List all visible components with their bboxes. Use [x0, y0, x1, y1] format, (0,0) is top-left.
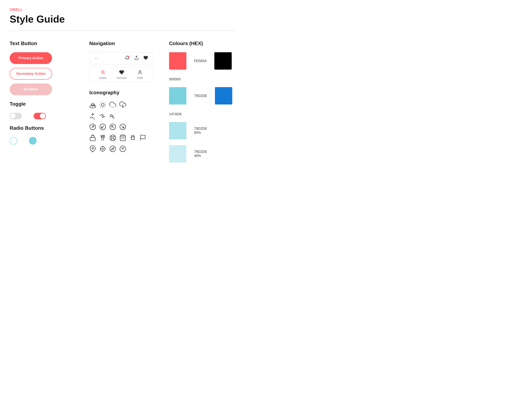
navigation-section: Navigation ←	[89, 40, 157, 82]
colour-row-1: FE565A 000000	[169, 52, 237, 81]
explore-label: Explore	[99, 77, 106, 79]
toilets-icon	[129, 134, 136, 143]
svg-line-14	[101, 107, 101, 107]
colour-code-fe565a: FE565A	[194, 59, 207, 63]
colour-code-79d2de: 79D2DE	[194, 94, 207, 98]
favourites-icon	[119, 70, 124, 76]
toggle-off[interactable]	[10, 113, 22, 119]
icon-row-direction	[89, 123, 157, 132]
nav-bar-bottom: Explore Favourites	[89, 67, 153, 82]
svg-point-39	[133, 135, 134, 136]
radio-row	[10, 137, 78, 144]
svg-marker-49	[112, 148, 114, 150]
arrow-sw-icon	[99, 123, 106, 132]
partly-cloudy-icon	[89, 101, 96, 110]
heart-icon[interactable]	[143, 56, 148, 61]
svg-point-7	[101, 104, 104, 106]
svg-point-42	[100, 146, 105, 151]
svg-point-43	[102, 148, 104, 150]
column-middle: Navigation ←	[89, 40, 157, 168]
explore-icon	[100, 70, 105, 76]
notification-icon[interactable]	[125, 56, 130, 61]
profile-icon	[137, 70, 142, 76]
svg-rect-27	[90, 138, 95, 141]
arrow-nw-icon	[109, 123, 116, 132]
svg-line-22	[102, 126, 104, 128]
icon-row-surf	[89, 112, 157, 121]
primary-action-button[interactable]: Primary Action	[10, 52, 52, 64]
swatch-79d2de-40	[169, 145, 186, 162]
toggle-row	[10, 113, 78, 119]
iconography-section: Iconography	[89, 90, 157, 154]
svg-line-35	[114, 136, 115, 137]
page-title: Style Guide	[10, 13, 237, 25]
icon-row-poi: P	[89, 134, 157, 143]
shop-icon	[119, 134, 126, 143]
colour-code-000000: 000000	[169, 77, 180, 81]
iconography-title: Iconography	[89, 90, 157, 96]
svg-line-33	[111, 136, 112, 137]
lifesaver-icon	[109, 134, 116, 143]
back-icon[interactable]: ←	[94, 56, 98, 61]
swatch-79d2de	[169, 87, 186, 105]
arrow-se-icon	[119, 123, 126, 132]
svg-line-10	[101, 103, 101, 103]
svg-line-20	[92, 126, 94, 128]
disabled-button: Disabled	[10, 84, 52, 95]
colour-code-79d2de-40: 79D2DE40%	[194, 150, 207, 158]
brand-label: SWELL	[10, 8, 237, 12]
radio-buttons-title: Radio Buttons	[10, 125, 78, 131]
text-button-title: Text Button	[10, 40, 78, 47]
parking-icon: P	[89, 134, 96, 143]
arrow-ne-icon	[89, 123, 96, 132]
svg-point-48	[110, 146, 116, 152]
toggle-section: Toggle	[10, 101, 78, 119]
radio-off[interactable]	[10, 137, 17, 144]
swatch-fe565a	[169, 52, 186, 70]
profile-label: Profile	[137, 77, 143, 79]
storm-icon	[119, 101, 126, 110]
icon-row-location	[89, 145, 157, 154]
restaurant-icon	[99, 134, 106, 143]
colour-code-147ad6: 147AD6	[169, 112, 181, 116]
svg-point-32	[112, 137, 114, 139]
nav-bar-top: ←	[89, 52, 153, 65]
colours-title: Colours (HEX)	[169, 40, 237, 47]
svg-line-11	[105, 107, 105, 107]
text-button-section: Text Button Primary Action Secondary Act…	[10, 40, 78, 95]
colour-row-3: 79D2DE60%	[169, 122, 237, 139]
gps-icon	[99, 145, 106, 154]
nav-tab-profile[interactable]: Profile	[137, 70, 143, 79]
nav-tab-explore[interactable]: Explore	[99, 70, 106, 79]
navigation-title: Navigation	[89, 40, 157, 47]
column-right: Colours (HEX) FE565A 000000 79D2DE 147AD…	[169, 40, 237, 168]
svg-line-26	[122, 126, 124, 128]
svg-line-34	[114, 139, 115, 140]
pin-icon	[89, 145, 96, 154]
share-icon[interactable]	[134, 56, 139, 61]
radio-buttons-section: Radio Buttons	[10, 125, 78, 144]
svg-text:P: P	[93, 135, 94, 137]
compass-icon	[109, 145, 116, 154]
toggle-on[interactable]	[34, 113, 46, 119]
svg-line-36	[111, 139, 112, 140]
colour-row-4: 79D2DE40%	[169, 145, 237, 162]
main-grid: Text Button Primary Action Secondary Act…	[10, 40, 237, 168]
header-divider	[10, 31, 237, 31]
icon-row-weather	[89, 101, 157, 110]
secondary-action-button[interactable]: Secondary Action	[10, 68, 52, 80]
radio-on[interactable]	[29, 137, 37, 144]
svg-point-5	[139, 70, 141, 72]
colour-row-2: 79D2DE 147AD6	[169, 87, 237, 116]
nav-tab-favourites[interactable]: Favourites	[117, 70, 127, 79]
svg-point-41	[92, 147, 94, 149]
favourites-label: Favourites	[117, 77, 127, 79]
svg-point-0	[128, 56, 129, 57]
colour-code-79d2de-60: 79D2DE60%	[194, 127, 207, 135]
swatch-79d2de-60	[169, 122, 186, 139]
swatch-147ad6	[215, 87, 232, 105]
wave-down-icon	[99, 112, 106, 121]
flag-icon	[139, 134, 146, 143]
column-left: Text Button Primary Action Secondary Act…	[10, 40, 78, 168]
swatch-000000	[214, 52, 232, 70]
